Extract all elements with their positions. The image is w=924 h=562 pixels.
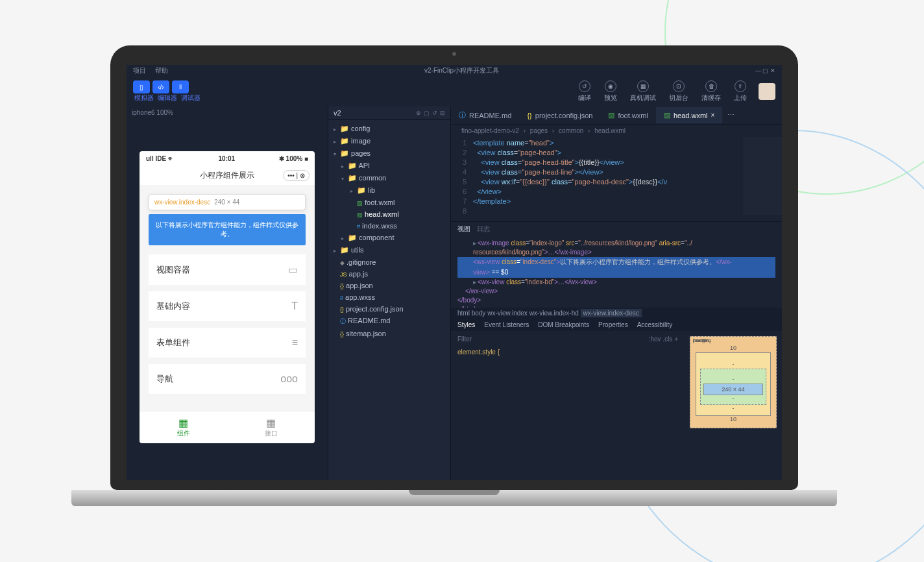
laptop-frame: 项目 帮助 v2-FinClip小程序开发工具 — ▢ ✕ ▯ ‹/› ⫴ 模拟… (110, 45, 798, 506)
styles-panel[interactable]: Filter :hov .cls + element.style {</span… (451, 331, 685, 480)
minimap[interactable] (743, 137, 782, 215)
avatar[interactable] (759, 83, 775, 100)
category-item[interactable]: 视图容器▭ (149, 254, 306, 285)
devtools-tab-log[interactable]: 日志 (477, 225, 490, 234)
tree-item[interactable]: # index.wxss (328, 220, 450, 232)
phone-tab[interactable]: ▦组件 (140, 411, 227, 443)
collapse-icon[interactable]: ⊟ (440, 110, 445, 116)
editor-tab[interactable]: ▧foot.wxml (600, 107, 655, 123)
tree-item[interactable]: ◆ .gitignore (328, 256, 450, 268)
tree-item[interactable]: ▸📁 image (328, 135, 450, 147)
menubar: 项目 帮助 v2-FinClip小程序开发工具 — ▢ ✕ (127, 65, 782, 77)
tree-item[interactable]: ▾📁 common (328, 172, 450, 184)
tree-item[interactable]: ▾📁 pages (328, 147, 450, 160)
tool-2[interactable]: ▦真机调试 (630, 80, 656, 103)
mode-simulator-icon[interactable]: ▯ (133, 80, 150, 93)
highlighted-element[interactable]: 以下将展示小程序官方组件能力，组件样式仅供参考。 (149, 214, 306, 245)
box-model: margin10 border- padding- 240 × 44 - - 1 (685, 331, 782, 480)
styles-tab[interactable]: Properties (598, 321, 628, 328)
mode-simulator-label: 模拟器 (134, 93, 154, 103)
window-controls[interactable]: — ▢ ✕ (755, 67, 775, 74)
camera-dot (452, 52, 456, 56)
file-explorer: v2 ⊕ ▢ ↺ ⊟ ▸📁 config▸📁 image▾📁 pages▸📁 A… (328, 106, 451, 480)
refresh-icon[interactable]: ↺ (432, 110, 437, 116)
tree-item[interactable]: {} project.config.json (328, 303, 450, 315)
simulator-device-label: iphone6 100% (127, 106, 328, 119)
tree-root-label: v2 (334, 109, 341, 117)
editor-tab[interactable]: {}project.config.json (519, 108, 600, 123)
editor-panel: ⓘREADME.md{}project.config.json▧foot.wxm… (451, 106, 782, 480)
tool-4[interactable]: 🗑清缓存 (701, 80, 721, 103)
tool-0[interactable]: ↺编译 (578, 80, 591, 103)
styles-tab[interactable]: Styles (457, 321, 475, 328)
tool-3[interactable]: ⊡切后台 (669, 80, 688, 103)
category-item[interactable]: 表单组件≡ (149, 328, 306, 358)
new-file-icon[interactable]: ⊕ (416, 110, 421, 116)
toolbar: ▯ ‹/› ⫴ 模拟器 编辑器 调试器 ↺编译◉预览▦真机调试⊡切后台🗑清缓存⇧… (127, 77, 782, 106)
app-window: 项目 帮助 v2-FinClip小程序开发工具 — ▢ ✕ ▯ ‹/› ⫴ 模拟… (127, 65, 782, 480)
phone-tab[interactable]: ▦接口 (227, 411, 315, 443)
tree-item[interactable]: ▸📁 utils (328, 244, 450, 256)
tree-item[interactable]: JS app.js (328, 268, 450, 280)
phone-preview: ull IDE ᯤ 10:01 ✱ 100% ■ 小程序组件展示 ••• | ⊗… (140, 151, 315, 443)
styles-tab[interactable]: Event Listeners (484, 321, 529, 328)
devtools-tab-view[interactable]: 视图 (457, 225, 470, 234)
phone-status-left: ull IDE ᯤ (146, 155, 175, 162)
inspector-tooltip: wx-view.index-desc240 × 44 (149, 194, 306, 210)
new-folder-icon[interactable]: ▢ (424, 110, 430, 116)
tab-overflow-icon[interactable]: ⋯ (722, 111, 740, 119)
phone-page-title: 小程序组件展示 (200, 170, 254, 181)
code-editor[interactable]: 1<template name="head">2 <view class="pa… (451, 137, 782, 217)
styles-filter-tools[interactable]: :hov .cls + (649, 335, 678, 344)
simulator-panel: iphone6 100% ull IDE ᯤ 10:01 ✱ 100% ■ 小程… (127, 106, 328, 480)
tree-item[interactable]: ▸📁 lib (328, 184, 450, 197)
mode-debugger-label: 调试器 (181, 93, 201, 103)
menu-project[interactable]: 项目 (133, 66, 146, 75)
category-item[interactable]: 基础内容T (149, 291, 306, 321)
mode-editor-icon[interactable]: ‹/› (152, 80, 169, 93)
breadcrumb[interactable]: fino-applet-demo-v2 › pages › common › h… (451, 125, 782, 137)
tree-item[interactable]: {} sitemap.json (328, 328, 450, 339)
tree-item[interactable]: ▸📁 API (328, 160, 450, 172)
phone-status-right: ✱ 100% ■ (279, 155, 308, 162)
mode-debugger-icon[interactable]: ⫴ (172, 80, 189, 93)
tree-item[interactable]: ▸📁 config (328, 123, 450, 135)
tree-item[interactable]: ▧ head.wxml (328, 208, 450, 220)
dom-tree[interactable]: ▸<wx-image class="index-logo" src="../re… (451, 236, 782, 308)
tree-item[interactable]: {} app.json (328, 280, 450, 291)
phone-time: 10:01 (219, 155, 236, 162)
tool-5[interactable]: ⇧上传 (734, 80, 747, 103)
editor-tab[interactable]: ⓘREADME.md (451, 106, 519, 124)
devtools: 视图 日志 ▸<wx-image class="index-logo" src=… (451, 221, 782, 480)
styles-filter-input[interactable]: Filter (457, 335, 472, 344)
tree-item[interactable]: # app.wxss (328, 291, 450, 303)
tree-item[interactable]: ▸📁 component (328, 232, 450, 244)
tree-item[interactable]: ▧ foot.wxml (328, 197, 450, 208)
category-item[interactable]: 导航ooo (149, 364, 306, 394)
mode-editor-label: 编辑器 (158, 93, 177, 103)
phone-capsule[interactable]: ••• | ⊗ (283, 170, 310, 181)
window-title: v2-FinClip小程序开发工具 (424, 66, 499, 75)
dom-breadcrumb[interactable]: html body wx-view.index wx-view.index-hd… (451, 308, 782, 319)
editor-tab[interactable]: ▧head.wxml× (656, 107, 722, 123)
styles-tab[interactable]: Accessibility (637, 321, 672, 328)
tree-item[interactable]: ⓘ README.md (328, 315, 450, 328)
menu-help[interactable]: 帮助 (155, 66, 168, 75)
tool-1[interactable]: ◉预览 (604, 80, 617, 103)
styles-tab[interactable]: DOM Breakpoints (538, 321, 589, 328)
